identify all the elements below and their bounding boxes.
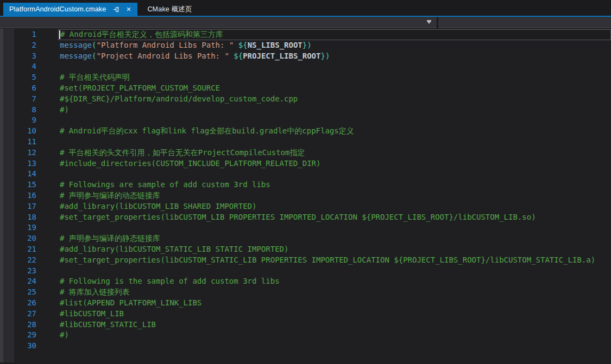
code-line[interactable]: 12# 平台相关的头文件引用，如平台无关在ProjectCompileCusto… <box>0 148 611 158</box>
code-token: ${ <box>238 41 248 49</box>
code-text[interactable]: #set_target_properties(libCUSTOM_STATIC_… <box>58 255 611 266</box>
code-text[interactable]: # 将库加入链接列表 <box>58 287 611 298</box>
code-text[interactable]: # 平台相关代码声明 <box>58 72 611 83</box>
code-line[interactable]: 2message("Platform Android Libs Path: " … <box>0 40 611 51</box>
glyph-margin <box>0 169 14 180</box>
code-line[interactable]: 5# 平台相关代码声明 <box>0 72 611 83</box>
code-line[interactable]: 24# Following is the sample of add custo… <box>0 276 611 287</box>
code-text[interactable]: message("Platform Android Libs Path: " $… <box>58 40 611 51</box>
glyph-margin <box>0 244 14 255</box>
code-area: 1# Android平台相关定义，包括源码和第三方库2message("Plat… <box>0 29 611 352</box>
code-token: # Followings are sample of add custom 3r… <box>60 180 270 189</box>
code-text[interactable]: # Followings are sample of add custom 3r… <box>58 180 611 190</box>
navigation-dropdown-left[interactable] <box>0 17 437 28</box>
code-line[interactable]: 29#) <box>0 330 611 341</box>
code-line[interactable]: 9 <box>0 115 611 126</box>
code-line[interactable]: 20# 声明参与编译的静态链接库 <box>0 233 611 244</box>
line-number: 27 <box>14 309 58 320</box>
tab-platform-android-custom-cmake[interactable]: PlatformAndroidCustom.cmake ✕ <box>3 3 137 16</box>
code-token: "Platform Android Libs Path: " <box>96 41 234 49</box>
code-line[interactable]: 13#include_directories(CUSTOM_INCLUDE_PL… <box>0 158 611 169</box>
glyph-margin <box>0 61 14 72</box>
text-cursor-caret <box>59 30 60 39</box>
code-token: "Project Android Libs Path: " <box>96 52 229 60</box>
code-line[interactable]: 11 <box>0 137 611 148</box>
glyph-margin <box>0 201 14 212</box>
code-token: message <box>60 52 92 60</box>
code-text[interactable]: # 声明参与编译的静态链接库 <box>58 233 611 244</box>
code-token: #) <box>60 105 69 114</box>
code-text[interactable]: #) <box>58 330 611 341</box>
code-token: # Following is the sample of add custom … <box>60 277 280 285</box>
glyph-margin <box>0 137 14 148</box>
line-number: 26 <box>14 298 58 309</box>
glyph-margin <box>0 309 14 320</box>
code-text[interactable]: #list(APPEND PLATFORM_LINK_LIBS <box>58 298 611 309</box>
code-token: # 平台相关的头文件引用，如平台无关在ProjectCompileCustom指… <box>60 148 305 157</box>
code-token: #${DIR_SRC}/Platform/android/develop_cus… <box>60 94 298 103</box>
glyph-margin <box>0 83 14 94</box>
code-text[interactable]: #${DIR_SRC}/Platform/android/develop_cus… <box>58 94 611 105</box>
code-text[interactable]: # 平台相关的头文件引用，如平台无关在ProjectCompileCustom指… <box>58 148 611 158</box>
code-line[interactable]: 3message("Project Android Libs Path: " $… <box>0 51 611 62</box>
code-text[interactable]: #set_target_properties(libCUSTOM_LIB PRO… <box>58 212 611 223</box>
code-text[interactable]: message("Project Android Libs Path: " ${… <box>58 51 611 62</box>
code-line[interactable]: 1# Android平台相关定义，包括源码和第三方库 <box>0 29 611 40</box>
code-line[interactable]: 14 <box>0 169 611 180</box>
code-token: #list(APPEND PLATFORM_LINK_LIBS <box>60 298 201 307</box>
glyph-margin <box>0 276 14 287</box>
code-line[interactable]: 28#libCUSTOM_STATIC_LIB <box>0 320 611 330</box>
code-line[interactable]: 23 <box>0 266 611 277</box>
line-number: 18 <box>14 212 58 223</box>
code-token: message <box>60 41 92 49</box>
code-text[interactable]: #set(PROJECT_PLATFORM_CUSTOM_SOURCE <box>58 83 611 94</box>
code-line[interactable]: 21#add_library(libCUSTOM_STATIC_LIB STAT… <box>0 244 611 255</box>
code-text[interactable]: #) <box>58 105 611 116</box>
code-line[interactable]: 6#set(PROJECT_PLATFORM_CUSTOM_SOURCE <box>0 83 611 94</box>
code-text[interactable]: #add_library(libCUSTOM_LIB SHARED IMPORT… <box>58 201 611 212</box>
code-text[interactable] <box>58 137 611 148</box>
code-line[interactable]: 18#set_target_properties(libCUSTOM_LIB P… <box>0 212 611 223</box>
code-line[interactable]: 16# 声明参与编译的动态链接库 <box>0 190 611 201</box>
code-text[interactable]: #include_directories(CUSTOM_INCLUDE_PLAT… <box>58 158 611 169</box>
code-line[interactable]: 19 <box>0 222 611 233</box>
code-line[interactable]: 7#${DIR_SRC}/Platform/android/develop_cu… <box>0 94 611 105</box>
document-tab-strip: PlatformAndroidCustom.cmake ✕ CMake 概述页 <box>0 0 611 17</box>
chevron-down-icon <box>427 21 431 24</box>
code-token: #include_directories(CUSTOM_INCLUDE_PLAT… <box>60 159 320 168</box>
code-text[interactable]: # Following is the sample of add custom … <box>58 276 611 287</box>
glyph-margin <box>0 51 14 62</box>
code-line[interactable]: 10# Android平台的cxx flag和link flag全部在build… <box>0 126 611 137</box>
pin-icon[interactable] <box>112 5 120 13</box>
code-line[interactable]: 17#add_library(libCUSTOM_LIB SHARED IMPO… <box>0 201 611 212</box>
code-line[interactable]: 4 <box>0 61 611 72</box>
code-line[interactable]: 26#list(APPEND PLATFORM_LINK_LIBS <box>0 298 611 309</box>
code-text[interactable]: # 声明参与编译的动态链接库 <box>58 190 611 201</box>
code-text[interactable]: #libCUSTOM_STATIC_LIB <box>58 320 611 330</box>
code-token: #add_library(libCUSTOM_LIB SHARED IMPORT… <box>60 202 256 210</box>
navigation-bar <box>0 17 611 29</box>
code-text[interactable]: # Android平台的cxx flag和link flag全部在build.g… <box>58 126 611 137</box>
code-text[interactable] <box>58 61 611 72</box>
tab-cmake-overview[interactable]: CMake 概述页 <box>137 3 208 16</box>
code-line[interactable]: 25# 将库加入链接列表 <box>0 287 611 298</box>
code-line[interactable]: 22#set_target_properties(libCUSTOM_STATI… <box>0 255 611 266</box>
code-text[interactable] <box>58 266 611 277</box>
code-text[interactable]: #add_library(libCUSTOM_STATIC_LIB STATIC… <box>58 244 611 255</box>
code-text[interactable] <box>58 222 611 233</box>
code-text[interactable] <box>58 341 611 352</box>
code-line[interactable]: 27#libCUSTOM_LIB <box>0 309 611 320</box>
close-icon[interactable]: ✕ <box>125 7 132 12</box>
code-text[interactable] <box>58 115 611 126</box>
code-line[interactable]: 15# Followings are sample of add custom … <box>0 180 611 190</box>
line-number: 6 <box>14 83 58 94</box>
code-text[interactable]: #libCUSTOM_LIB <box>58 309 611 320</box>
code-line[interactable]: 8#) <box>0 105 611 116</box>
glyph-margin <box>0 190 14 201</box>
current-line-highlight[interactable]: # Android平台相关定义，包括源码和第三方库 <box>58 29 611 40</box>
code-text[interactable] <box>58 169 611 180</box>
code-line[interactable]: 30 <box>0 341 611 352</box>
code-editor[interactable]: 1# Android平台相关定义，包括源码和第三方库2message("Plat… <box>0 29 611 362</box>
navigation-dropdown-right[interactable] <box>438 17 611 28</box>
code-token: }) <box>303 41 312 49</box>
